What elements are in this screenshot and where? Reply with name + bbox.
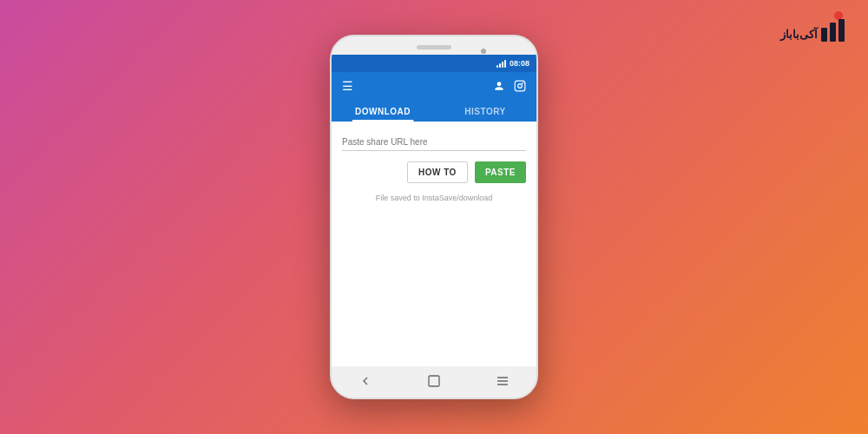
phone-shell: 08:08 ☰ DOWNLOAD HISTORY <box>330 35 538 399</box>
menu-nav-button[interactable] <box>495 373 510 389</box>
instagram-icon[interactable] <box>514 80 526 92</box>
svg-point-6 <box>518 84 523 89</box>
svg-text:آکی‌باباز: آکی‌باباز <box>779 26 819 42</box>
back-nav-button[interactable] <box>358 373 373 389</box>
signal-bar-4 <box>504 60 506 68</box>
signal-bar-3 <box>502 62 503 68</box>
svg-rect-2 <box>830 23 836 42</box>
phone-speaker <box>417 45 451 49</box>
svg-point-7 <box>522 82 523 84</box>
phone-top-hardware <box>332 36 536 55</box>
status-bar-content: 08:08 <box>496 59 529 68</box>
tab-bar: DOWNLOAD HISTORY <box>332 100 536 122</box>
paste-button[interactable]: PASTE <box>475 161 526 183</box>
home-nav-button[interactable] <box>426 373 442 389</box>
logo-svg: آکی‌باباز <box>776 10 854 49</box>
status-time: 08:08 <box>510 59 529 68</box>
person-icon[interactable] <box>493 80 505 92</box>
saved-status-text: File saved to InstaSave/download <box>342 194 526 202</box>
signal-icon <box>496 59 506 68</box>
app-content: HOW TO PASTE File saved to InstaSave/dow… <box>332 122 536 366</box>
tab-history[interactable]: HISTORY <box>434 100 536 122</box>
status-bar: 08:08 <box>332 55 536 72</box>
main-background: آکی‌باباز 08:08 ☰ <box>0 0 868 434</box>
signal-bar-2 <box>499 63 501 68</box>
svg-rect-5 <box>515 81 525 91</box>
hamburger-menu-icon[interactable]: ☰ <box>342 79 353 93</box>
site-logo: آکی‌باباز <box>776 10 854 49</box>
svg-rect-3 <box>838 19 845 42</box>
svg-rect-8 <box>429 376 439 386</box>
howto-button[interactable]: HOW TO <box>407 161 468 183</box>
app-header: ☰ <box>332 72 536 100</box>
header-icon-group <box>493 80 526 92</box>
signal-bar-1 <box>496 65 498 68</box>
action-buttons: HOW TO PASTE <box>342 161 526 183</box>
phone-camera <box>481 49 486 54</box>
svg-point-0 <box>834 11 843 20</box>
svg-rect-1 <box>821 28 827 42</box>
url-input[interactable] <box>342 134 526 151</box>
tab-download[interactable]: DOWNLOAD <box>332 100 434 122</box>
phone-nav-bar <box>332 366 536 398</box>
